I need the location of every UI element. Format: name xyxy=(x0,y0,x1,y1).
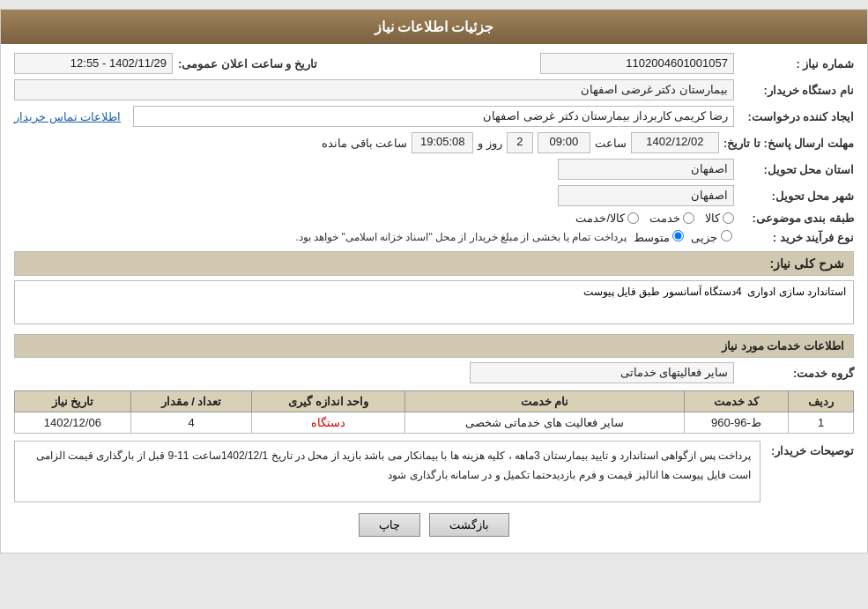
page-title: جزئیات اطلاعات نیاز xyxy=(1,10,867,44)
remaining-label: ساعت باقی مانده xyxy=(322,137,407,150)
purchase-partial-option[interactable]: جزیی xyxy=(691,230,732,244)
category-goods-radio[interactable] xyxy=(723,212,734,224)
time-label: ساعت xyxy=(595,137,627,150)
col-name: نام خدمت xyxy=(405,391,685,412)
purchase-partial-radio[interactable] xyxy=(721,230,732,241)
requester-value: رضا کریمی کاربرداز بیمارستان دکتر غرضی ا… xyxy=(133,106,734,127)
date-announce-value: 1402/11/29 - 12:55 xyxy=(14,53,173,74)
category-service-radio[interactable] xyxy=(683,212,694,224)
deadline-days: 2 xyxy=(507,132,533,153)
description-section-header: شرح کلی نیاز: xyxy=(14,251,854,276)
table-cell: ط-96-960 xyxy=(684,412,788,434)
back-button[interactable]: بازگشت xyxy=(429,513,509,537)
contact-link[interactable]: اطلاعات تماس خریدار xyxy=(14,110,121,123)
city-value: اصفهان xyxy=(558,185,734,206)
remaining-time: 19:05:08 xyxy=(412,132,473,153)
purchase-medium-radio[interactable] xyxy=(672,230,684,241)
table-cell: 1 xyxy=(789,412,854,434)
category-service-label: خدمت xyxy=(649,212,680,225)
category-goods-service-option[interactable]: کالا/خدمت xyxy=(575,212,639,225)
table-cell: دستگاه xyxy=(252,412,405,434)
service-group-label: گروه خدمت: xyxy=(739,367,854,380)
table-cell: 4 xyxy=(130,412,252,434)
category-label: طبقه بندی موضوعی: xyxy=(739,212,854,225)
category-radio-group: کالا خدمت کالا/خدمت xyxy=(575,212,734,225)
purchase-note: پرداخت تمام یا بخشی از مبلغ خریدار از مح… xyxy=(14,231,627,243)
category-goods-service-radio[interactable] xyxy=(627,212,639,224)
purchase-medium-option[interactable]: متوسط xyxy=(634,230,685,244)
table-cell: سایر فعالیت های خدماتی شخصی xyxy=(405,412,685,434)
buyer-org-label: نام دستگاه خریدار: xyxy=(739,84,854,97)
action-buttons: بازگشت چاپ xyxy=(14,513,854,537)
category-goods-service-label: کالا/خدمت xyxy=(575,212,625,225)
deadline-date: 1402/12/02 xyxy=(631,132,719,153)
date-announce-label: تاریخ و ساعت اعلان عمومی: xyxy=(178,57,317,71)
purchase-partial-label: جزیی xyxy=(691,231,717,244)
col-unit: واحد اندازه گیری xyxy=(252,391,405,412)
col-date: تاریخ نیاز xyxy=(15,391,131,412)
service-group-value: سایر فعالیتهای خدماتی xyxy=(470,362,734,383)
services-table: ردیف کد خدمت نام خدمت واحد اندازه گیری ت… xyxy=(14,390,854,434)
category-service-option[interactable]: خدمت xyxy=(649,212,694,225)
category-goods-option[interactable]: کالا xyxy=(705,212,734,225)
col-code: کد خدمت xyxy=(684,391,788,412)
city-label: شهر محل تحویل: xyxy=(739,189,854,203)
province-value: اصفهان xyxy=(558,159,734,180)
col-quantity: تعداد / مقدار xyxy=(130,391,252,412)
description-textarea[interactable] xyxy=(14,280,854,324)
buyer-notes-label: توصیحات خریدار: xyxy=(766,441,854,457)
purchase-type-label: نوع فرآیند خرید : xyxy=(739,231,854,244)
need-number-label: شماره نیاز : xyxy=(739,57,854,71)
province-label: استان محل تحویل: xyxy=(739,163,854,176)
requester-label: ایجاد کننده درخواست: xyxy=(739,110,854,123)
deadline-label: مهلت ارسال پاسخ: تا تاریخ: xyxy=(723,137,854,150)
category-goods-label: کالا xyxy=(705,212,720,225)
table-cell: 1402/12/06 xyxy=(15,412,131,434)
print-button[interactable]: چاپ xyxy=(359,513,420,537)
col-row: ردیف xyxy=(789,391,854,412)
deadline-time: 09:00 xyxy=(538,132,590,153)
buyer-org-value: بیمارستان دکتر غرضی اصفهان xyxy=(14,79,734,100)
table-row: 1ط-96-960سایر فعالیت های خدماتی شخصیدستگ… xyxy=(15,412,854,434)
day-label: روز و xyxy=(478,137,502,150)
need-number-value: 1102004601001057 xyxy=(540,53,734,74)
purchase-medium-label: متوسط xyxy=(634,231,670,244)
services-section-header: اطلاعات خدمات مورد نیاز xyxy=(14,334,854,358)
buyer-notes-text: پرداخت پس ازگواهی استاندارد و تایید بیما… xyxy=(14,441,760,502)
